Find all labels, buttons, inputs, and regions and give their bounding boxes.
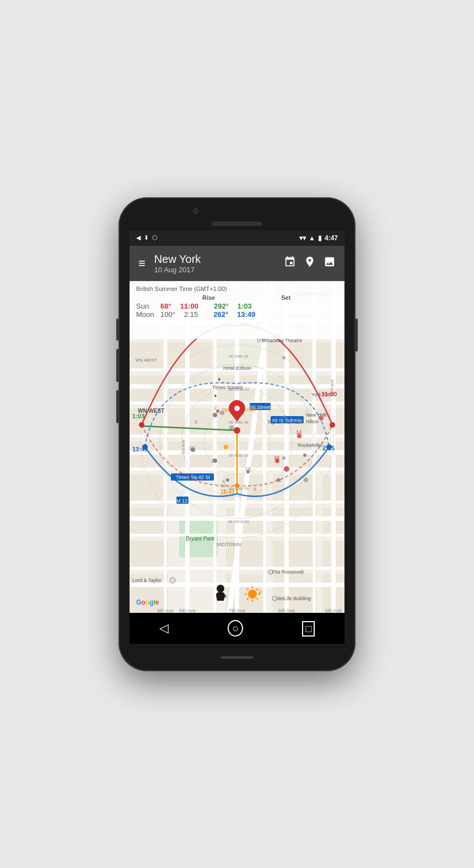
svg-line-182 (259, 590, 260, 591)
svg-point-90 (229, 425, 234, 430)
svg-rect-44 (130, 574, 168, 613)
svg-text:50 Street: 50 Street (250, 405, 271, 410)
time-display: 4:47 (325, 234, 338, 242)
svg-text:W 49th St: W 49th St (229, 420, 249, 425)
info-panel: British Summer Time (GMT+1:00) Rise Set … (130, 281, 344, 339)
sun-set-time: 1:03 (238, 302, 252, 310)
svg-point-91 (224, 445, 228, 449)
svg-rect-42 (273, 541, 317, 568)
svg-rect-36 (130, 508, 168, 535)
svg-rect-11 (130, 342, 163, 370)
svg-point-173 (248, 590, 257, 599)
svg-rect-22 (168, 408, 212, 436)
svg-text:WN WEST: WN WEST (136, 358, 157, 363)
power-button-left[interactable] (116, 390, 118, 423)
svg-rect-15 (317, 342, 344, 370)
map-area[interactable]: W 57th St W 55th St W 54th St W 52nd St … (130, 281, 344, 613)
svg-text:MIDTOWN: MIDTOWN (217, 542, 241, 547)
home-icon: ○ (228, 620, 243, 637)
wifi-icon: ▾▾ (299, 234, 306, 242)
svg-rect-19 (267, 375, 311, 403)
date-display: 10 Aug 2017 (154, 266, 284, 274)
volume-up-button[interactable] (116, 319, 118, 341)
google-logo: Google (136, 599, 159, 606)
cast-icon: ⬡ (152, 234, 158, 241)
set-header: Set (281, 294, 290, 301)
toolbar-actions (284, 256, 336, 271)
city-name: New York (154, 252, 284, 266)
hamburger-icon: ≡ (138, 256, 146, 270)
svg-text:8th Ave: 8th Ave (181, 439, 186, 454)
sun-rise-time: 11:00 (180, 302, 198, 310)
moon-data-row: Moon 100° 2:15 262° 13:49 (136, 310, 338, 319)
recent-icon: □ (302, 621, 315, 637)
svg-rect-26 (130, 441, 163, 469)
home-indicator (220, 656, 254, 659)
svg-text:W 54th St: W 54th St (229, 354, 249, 359)
phone-bottom (118, 644, 356, 671)
back-button[interactable]: ◁ (148, 617, 180, 640)
status-right-icons: ▾▾ ▲ ▮ 4:47 (299, 234, 338, 242)
svg-text:Times Sq-42 St: Times Sq-42 St (176, 475, 210, 480)
nav-icon: ◀ (136, 234, 141, 241)
power-button[interactable] (356, 319, 358, 352)
battery-icon: ▮ (318, 234, 322, 242)
svg-rect-34 (273, 475, 317, 502)
app-toolbar: ≡ New York 10 Aug 2017 (130, 246, 344, 281)
svg-point-92 (282, 456, 286, 460)
svg-rect-46 (273, 574, 317, 613)
sun-star-icon (243, 584, 262, 604)
svg-text:49 St Subway: 49 St Subway (272, 418, 303, 423)
google-o1: o (141, 599, 145, 606)
recent-apps-button[interactable]: □ (291, 617, 326, 640)
svg-text:W 45th St: W 45th St (229, 486, 249, 491)
phone-screen: ◀ ⬇ ⬡ ▾▾ ▲ ▮ 4:47 ≡ New York 10 Aug 2017 (130, 230, 344, 644)
svg-rect-40 (130, 541, 168, 568)
moon-rise-az: 100° (160, 310, 175, 319)
sun-label: Sun (136, 302, 156, 310)
svg-line-179 (256, 598, 258, 600)
svg-text:W 42nd St: W 42nd St (228, 519, 249, 524)
google-o2: o (146, 599, 149, 606)
svg-rect-30 (317, 441, 344, 469)
svg-text:Bryant Park: Bryant Park (186, 536, 215, 542)
location-icon[interactable] (304, 256, 316, 271)
svg-rect-16 (130, 375, 163, 403)
moon-set-time: 13:49 (237, 310, 255, 319)
svg-rect-14 (267, 342, 311, 370)
svg-point-94 (282, 356, 286, 359)
svg-rect-38 (273, 508, 317, 535)
svg-rect-29 (267, 441, 311, 469)
phone-device: ◀ ⬇ ⬡ ▾▾ ▲ ▮ 4:47 ≡ New York 10 Aug 2017 (118, 197, 356, 671)
rise-header: Rise (202, 294, 215, 301)
svg-point-89 (220, 411, 224, 415)
svg-text:8th Ave: 8th Ave (179, 608, 196, 613)
sun-icon-container (243, 584, 262, 604)
shadow-icon-container (212, 584, 229, 604)
svg-line-181 (247, 598, 249, 600)
back-icon: ◁ (159, 621, 169, 635)
bottom-navigation: ◁ ○ □ (130, 613, 344, 644)
toolbar-title-area: New York 10 Aug 2017 (154, 252, 284, 274)
calendar-icon[interactable] (284, 256, 296, 271)
person-shadow-icon (212, 584, 229, 604)
signal-icon: ▲ (309, 234, 315, 242)
svg-line-178 (247, 589, 249, 590)
volume-down-button[interactable] (116, 349, 118, 382)
photo-icon[interactable] (324, 256, 336, 271)
svg-rect-21 (130, 408, 163, 436)
svg-text:5th Ave: 5th Ave (330, 379, 335, 393)
svg-text:9th Ave: 9th Ave (157, 608, 174, 613)
moon-label: Moon (136, 310, 156, 319)
menu-button[interactable]: ≡ (138, 256, 146, 271)
svg-rect-17 (168, 375, 212, 403)
google-e: e (155, 599, 159, 606)
svg-rect-25 (317, 408, 344, 436)
home-button[interactable]: ○ (217, 617, 254, 640)
svg-text:M 12: M 12 (176, 498, 187, 504)
front-camera (193, 208, 198, 214)
svg-text:M: M (272, 405, 276, 410)
sun-set-az: 292° (214, 302, 229, 310)
timezone-label: British Summer Time (GMT+1:00) (136, 285, 338, 292)
google-g: G (136, 599, 141, 606)
